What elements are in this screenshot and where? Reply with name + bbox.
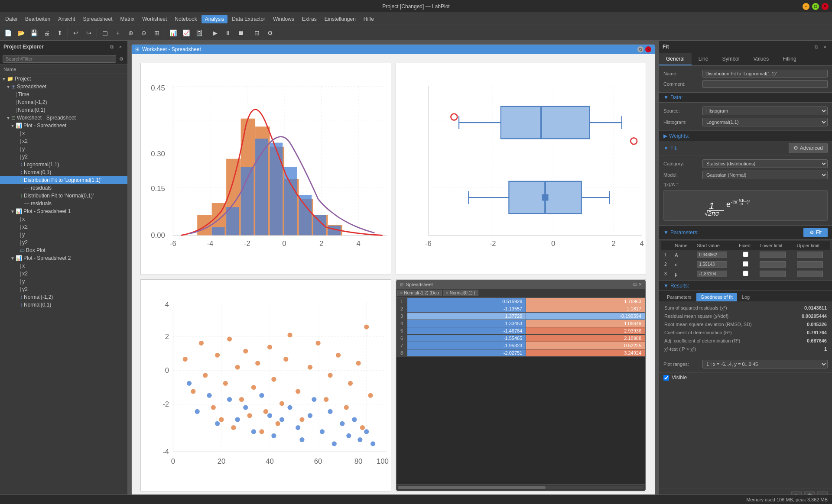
search-options-btn[interactable]: ⚙ bbox=[118, 55, 125, 62]
param-lower-1[interactable] bbox=[756, 250, 793, 260]
menu-analysis[interactable]: Analysis bbox=[202, 15, 228, 23]
toolbar-new[interactable]: 📄 bbox=[2, 27, 14, 39]
title-bar-controls[interactable]: − □ × bbox=[803, 3, 829, 10]
tree-item-29[interactable]: ⌇Normal(0,1) bbox=[0, 301, 127, 309]
cell-v2-1[interactable]: 1.76963 bbox=[526, 298, 645, 305]
menu-windows[interactable]: Windows bbox=[270, 15, 298, 23]
weights-section-header[interactable]: ▶Weights: bbox=[659, 131, 832, 141]
cell-v2-6[interactable]: 2.18988 bbox=[526, 335, 645, 342]
tab-symbol[interactable]: Symbol bbox=[715, 53, 746, 65]
tree-item-25[interactable]: |x2 bbox=[0, 270, 127, 278]
cell-v1-5[interactable]: -1.46784 bbox=[407, 327, 526, 335]
results-tab-goodness[interactable]: Goodness of fit bbox=[696, 293, 737, 301]
param-startvalue-3[interactable] bbox=[693, 269, 735, 279]
cell-v1-7[interactable]: -1.95323 bbox=[407, 342, 526, 349]
visible-checkbox[interactable] bbox=[663, 375, 669, 381]
tree-item-11[interactable]: ⌇Lognormal(1,1) bbox=[0, 161, 127, 168]
param-fixed-2[interactable] bbox=[735, 260, 756, 269]
tree-item-17[interactable]: ▼📊Plot - Spreadsheet 1 bbox=[0, 207, 127, 215]
cell-v1-2[interactable]: -1.13557 bbox=[407, 305, 526, 313]
cell-v2-5[interactable]: 2.93936 bbox=[526, 327, 645, 335]
worksheet-float-btn[interactable]: ⧉ bbox=[637, 46, 644, 52]
toolbar-cursor[interactable]: + bbox=[112, 27, 124, 39]
cell-v2-3[interactable]: -0.199594 bbox=[526, 313, 645, 320]
param-startvalue-1[interactable] bbox=[693, 250, 735, 260]
fit-panel-controls[interactable]: ⧉ × bbox=[813, 43, 829, 50]
category-select[interactable]: Statistics (distributions) bbox=[702, 159, 828, 168]
toolbar-zoom-fit[interactable]: ⊞ bbox=[151, 27, 163, 39]
menu-bearbeiten[interactable]: Bearbeiten bbox=[22, 15, 54, 23]
tab-general[interactable]: General bbox=[659, 53, 692, 65]
cell-v1-1[interactable]: -0.515929 bbox=[407, 298, 526, 305]
close-button[interactable]: × bbox=[822, 3, 829, 10]
fit-button[interactable]: ⚙Fit bbox=[803, 228, 828, 237]
tree-item-20[interactable]: |y bbox=[0, 231, 127, 239]
spreadsheet-scrollbar[interactable] bbox=[396, 484, 646, 491]
toolbar-zoom-out[interactable]: ⊖ bbox=[138, 27, 150, 39]
results-tab-log[interactable]: Log bbox=[738, 293, 754, 301]
menu-worksheet[interactable]: Worksheet bbox=[139, 15, 170, 23]
tree-item-2[interactable]: |Time bbox=[0, 90, 127, 98]
param-startvalue-2[interactable] bbox=[693, 260, 735, 269]
tree-item-3[interactable]: |Normal(-1,2) bbox=[0, 98, 127, 106]
toolbar-zoom-in[interactable]: ⊕ bbox=[125, 27, 137, 39]
panel-float-btn[interactable]: ⧉ bbox=[108, 43, 115, 50]
results-section-header[interactable]: ▼Results: bbox=[659, 281, 832, 291]
weights-section-toggle[interactable]: ▶Weights: bbox=[663, 133, 689, 139]
menu-ansicht[interactable]: Ansicht bbox=[55, 15, 78, 23]
results-section-toggle[interactable]: ▼Results: bbox=[663, 283, 689, 289]
model-select[interactable]: Gaussian (Normal) bbox=[702, 171, 828, 179]
toolbar-print[interactable]: 🖨 bbox=[41, 27, 53, 39]
tree-item-14[interactable]: —residuals bbox=[0, 184, 127, 192]
menu-spreadsheet[interactable]: Spreadsheet bbox=[79, 15, 116, 23]
parameters-section-header[interactable]: ▼Parameters: ⚙Fit bbox=[659, 226, 832, 239]
tree-item-19[interactable]: |x2 bbox=[0, 223, 127, 231]
menu-extras[interactable]: Extras bbox=[299, 15, 320, 23]
cell-v2-2[interactable]: 1.1817 bbox=[526, 305, 645, 313]
tree-item-26[interactable]: |y bbox=[0, 278, 127, 285]
param-lower-2[interactable] bbox=[756, 260, 793, 269]
toolbar-play[interactable]: ▶ bbox=[209, 27, 221, 39]
tree-item-4[interactable]: |Normal(0,1) bbox=[0, 106, 127, 114]
tree-item-27[interactable]: |y2 bbox=[0, 285, 127, 293]
param-upper-2[interactable] bbox=[793, 260, 830, 269]
spreadsheet-window-controls[interactable]: ⧉ × bbox=[633, 281, 642, 288]
toolbar-redo[interactable]: ↪ bbox=[83, 27, 95, 39]
tree-item-1[interactable]: ▼⊞Spreadsheet bbox=[0, 83, 127, 90]
tree-item-24[interactable]: |x bbox=[0, 262, 127, 270]
fit-section-toggle[interactable]: ▼Fit: bbox=[663, 145, 678, 151]
param-lower-3[interactable] bbox=[756, 269, 793, 279]
cell-v2-8[interactable]: 3.24924 bbox=[526, 349, 645, 357]
plot-ranges-select[interactable]: 1 : x = -6...4, y = 0...0.45 bbox=[702, 360, 828, 368]
menu-notebook[interactable]: Notebook bbox=[171, 15, 200, 23]
worksheet-close-btn[interactable]: × bbox=[645, 46, 651, 52]
tree-item-28[interactable]: ⌇Normal(-1,2) bbox=[0, 293, 127, 301]
tree-item-21[interactable]: |y2 bbox=[0, 239, 127, 246]
tab-line[interactable]: Line bbox=[692, 53, 715, 65]
param-fixed-3[interactable] bbox=[735, 269, 756, 279]
toolbar-new-worksheet[interactable]: 📈 bbox=[180, 27, 192, 39]
tree-item-12[interactable]: ⌇Normal(0,1) bbox=[0, 168, 127, 176]
menu-data-extractor[interactable]: Data Extractor bbox=[228, 15, 269, 23]
tree-item-18[interactable]: |x bbox=[0, 215, 127, 223]
cell-v2-7[interactable]: 0.52225 bbox=[526, 342, 645, 349]
tree-item-8[interactable]: |x2 bbox=[0, 137, 127, 145]
spreadsheet-close-btn[interactable]: × bbox=[639, 281, 642, 288]
menu-hilfe[interactable]: Hilfe bbox=[360, 15, 377, 23]
tree-item-10[interactable]: |y2 bbox=[0, 153, 127, 161]
fit-panel-float-btn[interactable]: ⧉ bbox=[813, 43, 820, 50]
tab-filling[interactable]: Filling bbox=[776, 53, 803, 65]
tree-item-16[interactable]: —residuals bbox=[0, 200, 127, 207]
tree-item-22[interactable]: ▭Box Plot bbox=[0, 246, 127, 254]
tree-item-5[interactable]: ▼⊟Worksheet - Spreadsheet bbox=[0, 114, 127, 122]
fit-panel-close-btn[interactable]: × bbox=[822, 43, 829, 50]
results-tab-parameters[interactable]: Parameters bbox=[663, 293, 696, 301]
toolbar-view-options[interactable]: ⊟ bbox=[251, 27, 263, 39]
name-input[interactable] bbox=[702, 70, 828, 78]
tree-item-0[interactable]: ▼📁Project bbox=[0, 75, 127, 83]
cell-v1-8[interactable]: -2.02751 bbox=[407, 349, 526, 357]
tree-item-6[interactable]: ▼📊Plot - Spreadsheet bbox=[0, 122, 127, 129]
advanced-button[interactable]: ⚙Advanced bbox=[789, 143, 828, 153]
toolbar-undo[interactable]: ↩ bbox=[70, 27, 82, 39]
tab-values[interactable]: Values bbox=[746, 53, 776, 65]
